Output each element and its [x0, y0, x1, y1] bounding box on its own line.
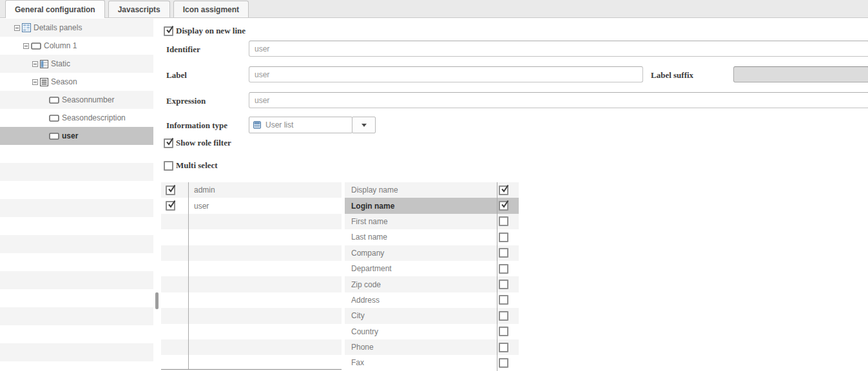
label-input[interactable] — [249, 66, 643, 82]
role-checkbox-cell — [161, 229, 188, 245]
field-row-company[interactable]: Company — [345, 245, 519, 261]
role-empty-row — [161, 355, 342, 370]
field-row-first-name[interactable]: First name — [345, 214, 519, 229]
information-type-select[interactable]: User list — [249, 117, 352, 133]
tree-item-details-panels[interactable]: Details panels — [0, 19, 153, 37]
tree-expand-toggle[interactable] — [23, 43, 29, 49]
information-type-dropdown-button[interactable] — [352, 117, 376, 133]
field-checkbox-cell — [497, 324, 519, 339]
role-checkbox-cell — [161, 182, 188, 198]
role-row-admin[interactable]: admin — [161, 182, 342, 198]
field-checkbox-cell — [497, 245, 519, 261]
field-name: Last name — [351, 233, 387, 242]
field-checkbox-login-name[interactable] — [499, 201, 508, 211]
field-name-cell: Display name — [345, 182, 497, 198]
tree-item-seasondescription[interactable]: Seasondescription — [0, 109, 153, 127]
field-name-cell: Country — [345, 324, 497, 339]
role-checkbox-cell — [161, 292, 188, 308]
role-row-user[interactable]: user — [161, 198, 342, 213]
field-checkbox-display-name[interactable] — [499, 186, 508, 195]
field-row-address[interactable]: Address — [345, 292, 519, 308]
field-checkbox-cell — [497, 276, 519, 292]
field-row-country[interactable]: Country — [345, 324, 519, 339]
field-row-zip-code[interactable]: Zip code — [345, 276, 519, 292]
role-checkbox-cell — [161, 214, 188, 229]
show-role-filter-checkbox[interactable] — [164, 138, 173, 148]
field-checkbox-first-name[interactable] — [499, 216, 508, 226]
tree-item-season[interactable]: Season — [0, 73, 153, 91]
field-checkbox-zip-code[interactable] — [499, 280, 508, 289]
field-row-display-name[interactable]: Display name — [345, 182, 519, 198]
role-checkbox-cell — [161, 308, 188, 323]
tree-item-label: Column 1 — [44, 41, 77, 50]
role-empty-row — [161, 214, 342, 229]
field-row-fax[interactable]: Fax — [345, 355, 519, 370]
tree-expand-toggle[interactable] — [32, 61, 38, 67]
field-name-cell: Login name — [345, 198, 497, 213]
role-empty-row — [161, 308, 342, 323]
tree-expand-toggle[interactable] — [32, 79, 38, 85]
field-row-phone[interactable]: Phone — [345, 339, 519, 355]
field-checkbox-cell — [497, 339, 519, 355]
field-checkbox-cell — [497, 292, 519, 308]
field-checkbox-address[interactable] — [499, 295, 508, 305]
tree-item-label: Details panels — [34, 23, 82, 32]
field-name: Country — [351, 327, 378, 336]
tree-empty-row — [0, 217, 153, 235]
role-checkbox-cell — [161, 339, 188, 355]
role-empty-row — [161, 261, 342, 276]
field-name-cell: Zip code — [345, 276, 497, 292]
field-name: Zip code — [351, 280, 381, 289]
field-row-last-name[interactable]: Last name — [345, 229, 519, 245]
role-checkbox-user[interactable] — [166, 201, 175, 211]
field-name: Login name — [351, 202, 394, 211]
display-on-new-line-checkbox[interactable] — [164, 26, 173, 36]
tree-item-column-1[interactable]: Column 1 — [0, 37, 153, 55]
tab-general-configuration[interactable]: General configuration — [5, 0, 105, 18]
field-checkbox-last-name[interactable] — [499, 233, 508, 242]
tree-item-label: Season — [51, 77, 77, 86]
user-field-list: Display nameLogin nameFirst nameLast nam… — [345, 182, 519, 371]
tree-item-user[interactable]: user — [0, 127, 153, 145]
role-name-cell — [188, 276, 342, 292]
field-name-cell: Phone — [345, 339, 497, 355]
tree-item-static[interactable]: Static — [0, 55, 153, 73]
field-row-login-name[interactable]: Login name — [345, 198, 519, 213]
tree-item-label: Seasondescription — [62, 113, 126, 122]
identifier-input[interactable] — [249, 41, 868, 57]
expression-input[interactable] — [249, 92, 868, 108]
role-checkbox-cell — [161, 198, 188, 213]
tree-expand-toggle[interactable] — [14, 25, 20, 31]
field-row-city[interactable]: City — [345, 308, 519, 323]
tree-item-label: user — [62, 131, 78, 140]
chevron-down-icon — [362, 124, 367, 127]
field-checkbox-city[interactable] — [499, 311, 508, 321]
role-filter-list: adminuser — [161, 182, 342, 370]
field-name-cell: Department — [345, 261, 497, 276]
role-name-cell — [188, 245, 342, 261]
tree-scrollbar-thumb[interactable] — [155, 292, 159, 309]
field-checkbox-phone[interactable] — [499, 343, 508, 352]
role-name: admin — [194, 186, 215, 195]
role-name-cell — [188, 355, 342, 370]
field-checkbox-cell — [497, 182, 519, 198]
tree-empty-row — [0, 235, 153, 253]
field-checkbox-cell — [497, 214, 519, 229]
field-checkbox-company[interactable] — [499, 248, 508, 258]
multi-select-checkbox[interactable] — [164, 161, 173, 171]
tree-item-seasonnumber[interactable]: Seasonnumber — [0, 91, 153, 109]
field-row-department[interactable]: Department — [345, 261, 519, 276]
field-checkbox-country[interactable] — [499, 327, 508, 336]
field-name-cell: Company — [345, 245, 497, 261]
role-empty-row — [161, 276, 342, 292]
role-checkbox-admin[interactable] — [166, 186, 175, 195]
configuration-window: General configurationJavascriptsIcon ass… — [0, 0, 868, 371]
field-checkbox-department[interactable] — [499, 264, 508, 274]
label-label: Label — [166, 70, 187, 81]
field-checkbox-fax[interactable] — [499, 358, 508, 368]
tab-icon-assigment[interactable]: Icon assigment — [173, 1, 249, 17]
tab-javascripts[interactable]: Javascripts — [108, 1, 170, 17]
multi-select-row: Multi select — [164, 160, 218, 171]
identifier-label: Identifier — [166, 44, 200, 55]
role-name-cell — [188, 261, 342, 276]
